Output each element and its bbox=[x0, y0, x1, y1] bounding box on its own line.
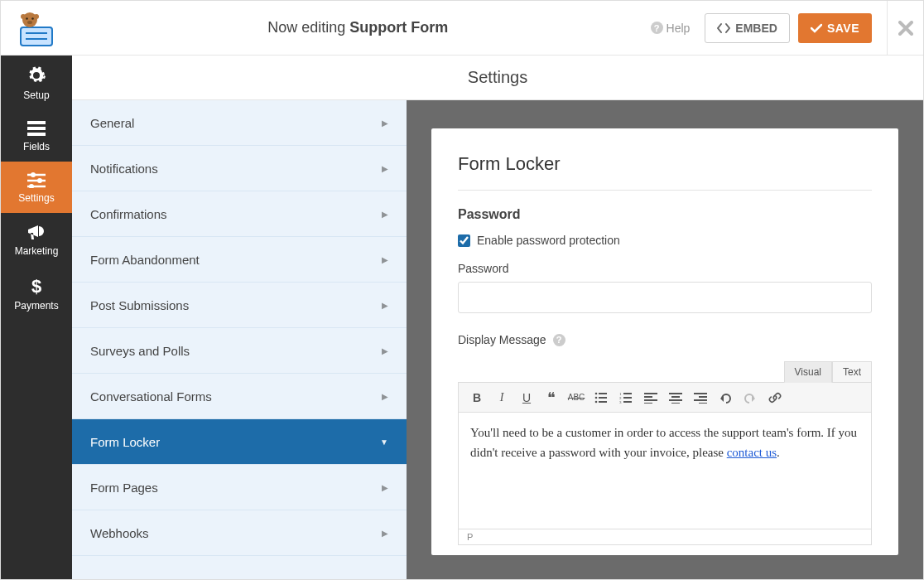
strike-button[interactable]: ABC bbox=[565, 387, 588, 408]
svg-rect-33 bbox=[644, 399, 657, 401]
svg-rect-26 bbox=[623, 393, 632, 394]
editor-contact-link[interactable]: contact us bbox=[727, 446, 777, 459]
chevron-down-icon: ▼ bbox=[380, 437, 388, 447]
close-button[interactable] bbox=[887, 1, 923, 56]
editor-tab-visual[interactable]: Visual bbox=[784, 361, 832, 383]
subnav-post-submissions-label: Post Submissions bbox=[90, 298, 189, 312]
subnav-form-abandonment[interactable]: Form Abandonment ▶ bbox=[72, 237, 407, 283]
subnav-notifications[interactable]: Notifications ▶ bbox=[72, 146, 407, 191]
subnav-conversational-forms[interactable]: Conversational Forms ▶ bbox=[72, 374, 407, 419]
help-icon[interactable]: ? bbox=[553, 334, 565, 346]
sliders-icon bbox=[26, 172, 46, 188]
svg-rect-40 bbox=[699, 396, 707, 398]
svg-rect-0 bbox=[21, 27, 52, 46]
subnav-confirmations[interactable]: Confirmations ▶ bbox=[72, 191, 407, 237]
nav-marketing[interactable]: Marketing bbox=[1, 213, 72, 266]
columns: General ▶ Notifications ▶ Confirmations … bbox=[72, 100, 923, 579]
section-password-title: Password bbox=[458, 207, 872, 222]
svg-point-19 bbox=[595, 392, 598, 394]
svg-rect-11 bbox=[27, 133, 46, 136]
nav-fields-label: Fields bbox=[23, 141, 50, 152]
help-link[interactable]: ? Help bbox=[644, 17, 697, 40]
svg-rect-36 bbox=[671, 396, 680, 398]
svg-point-17 bbox=[29, 184, 34, 188]
top-right-actions: ? Help EMBED SAVE bbox=[644, 1, 923, 56]
redo-button[interactable] bbox=[739, 387, 762, 408]
top-bar: Now editing Support Form ? Help EMBED SA… bbox=[1, 1, 923, 56]
svg-point-6 bbox=[27, 21, 32, 24]
form-locker-card: Form Locker Password Enable password pro… bbox=[431, 128, 898, 555]
chevron-right-icon: ▶ bbox=[382, 529, 388, 538]
svg-point-7 bbox=[21, 14, 26, 19]
svg-point-13 bbox=[31, 172, 36, 177]
embed-button[interactable]: EMBED bbox=[705, 13, 790, 43]
align-center-button[interactable] bbox=[664, 387, 687, 408]
bold-button[interactable]: B bbox=[465, 387, 488, 408]
code-icon bbox=[717, 22, 730, 34]
left-nav: Setup Fields Settings bbox=[1, 56, 72, 579]
svg-rect-38 bbox=[671, 403, 680, 404]
undo-button[interactable] bbox=[714, 387, 737, 408]
subnav-surveys-polls-label: Surveys and Polls bbox=[90, 344, 190, 358]
svg-rect-37 bbox=[669, 399, 682, 401]
list-icon bbox=[26, 120, 46, 137]
subnav-general[interactable]: General ▶ bbox=[72, 100, 407, 146]
align-right-button[interactable] bbox=[689, 387, 712, 408]
editor-box: B I U ❝ ABC 123 bbox=[458, 382, 872, 545]
enable-password-checkbox[interactable] bbox=[458, 234, 470, 247]
nav-payments[interactable]: $ Payments bbox=[1, 266, 72, 321]
chevron-right-icon: ▶ bbox=[382, 164, 388, 173]
now-editing: Now editing Support Form bbox=[72, 19, 644, 36]
svg-rect-42 bbox=[699, 403, 707, 404]
nav-settings[interactable]: Settings bbox=[1, 162, 72, 213]
password-input[interactable] bbox=[458, 282, 872, 313]
nav-marketing-label: Marketing bbox=[15, 245, 59, 257]
align-left-button[interactable] bbox=[639, 387, 662, 408]
subnav-webhooks[interactable]: Webhooks ▶ bbox=[72, 510, 407, 556]
editor-tab-text[interactable]: Text bbox=[832, 361, 872, 383]
save-button[interactable]: SAVE bbox=[798, 13, 872, 43]
subnav-surveys-polls[interactable]: Surveys and Polls ▶ bbox=[72, 328, 407, 374]
subnav-confirmations-label: Confirmations bbox=[90, 207, 167, 221]
chevron-right-icon: ▶ bbox=[382, 346, 388, 355]
password-field-label: Password bbox=[458, 262, 872, 275]
gear-icon bbox=[26, 65, 46, 85]
subnav-form-pages[interactable]: Form Pages ▶ bbox=[72, 465, 407, 510]
save-label: SAVE bbox=[827, 22, 859, 35]
subnav-form-locker[interactable]: Form Locker ▼ bbox=[72, 419, 407, 465]
form-name: Support Form bbox=[349, 19, 448, 36]
subnav-post-submissions[interactable]: Post Submissions ▶ bbox=[72, 283, 407, 328]
svg-rect-31 bbox=[644, 393, 657, 394]
quote-button[interactable]: ❝ bbox=[540, 387, 563, 408]
editor-status-path: P bbox=[459, 529, 871, 544]
embed-label: EMBED bbox=[735, 22, 777, 35]
italic-button[interactable]: I bbox=[490, 387, 513, 408]
settings-subnav: General ▶ Notifications ▶ Confirmations … bbox=[72, 100, 407, 579]
subnav-conversational-forms-label: Conversational Forms bbox=[90, 389, 212, 404]
chevron-right-icon: ▶ bbox=[382, 483, 388, 492]
display-message-label: Display Message ? bbox=[458, 333, 872, 346]
nav-settings-label: Settings bbox=[18, 192, 54, 204]
enable-password-row[interactable]: Enable password protection bbox=[458, 234, 872, 247]
editor-content[interactable]: You'll need to be a customer in order to… bbox=[459, 413, 871, 529]
svg-point-23 bbox=[595, 400, 598, 403]
svg-rect-22 bbox=[599, 397, 607, 399]
ul-button[interactable] bbox=[590, 387, 613, 408]
chevron-right-icon: ▶ bbox=[382, 255, 388, 264]
editor-text-prefix: You'll need to be a customer in order to… bbox=[470, 426, 857, 459]
link-button[interactable] bbox=[763, 387, 787, 408]
ol-button[interactable]: 123 bbox=[614, 387, 638, 408]
close-icon bbox=[898, 21, 913, 36]
svg-rect-30 bbox=[623, 401, 632, 403]
nav-setup[interactable]: Setup bbox=[1, 56, 72, 110]
svg-rect-9 bbox=[27, 121, 46, 124]
help-icon: ? bbox=[651, 22, 663, 34]
nav-setup-label: Setup bbox=[23, 89, 49, 101]
underline-button[interactable]: U bbox=[515, 387, 538, 408]
nav-fields[interactable]: Fields bbox=[1, 110, 72, 162]
subnav-form-locker-label: Form Locker bbox=[90, 435, 160, 449]
card-title: Form Locker bbox=[458, 153, 872, 191]
chevron-right-icon: ▶ bbox=[382, 210, 388, 219]
editing-prefix: Now editing bbox=[267, 19, 349, 36]
enable-password-label: Enable password protection bbox=[477, 234, 620, 247]
